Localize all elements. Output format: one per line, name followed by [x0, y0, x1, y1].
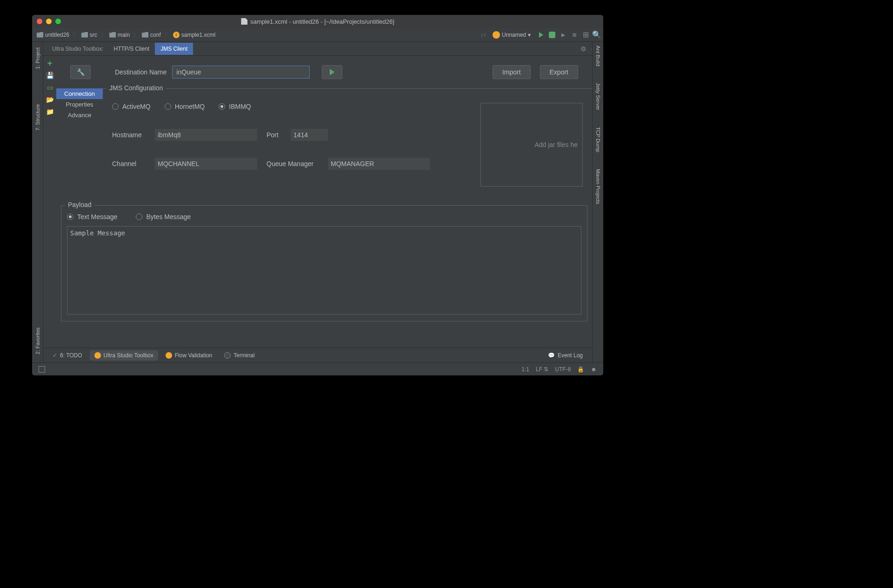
add-icon[interactable]: +: [46, 60, 54, 67]
export-button[interactable]: Export: [540, 65, 578, 79]
close-window-button[interactable]: [37, 19, 42, 24]
breadcrumb-item[interactable]: untitled26: [35, 31, 71, 39]
line-ending[interactable]: LF ⇅: [536, 366, 548, 373]
folder-icon[interactable]: 📁: [46, 108, 54, 115]
radio-icon: [165, 103, 171, 110]
folder-icon: [37, 32, 43, 38]
cursor-position[interactable]: 1:1: [521, 366, 529, 373]
sidebar-structure[interactable]: 7: Structure: [34, 100, 41, 134]
radio-activemq[interactable]: ActiveMQ: [112, 103, 151, 110]
radio-icon: [67, 214, 73, 220]
stop-button[interactable]: ■: [571, 31, 578, 39]
destination-input[interactable]: [172, 66, 310, 79]
minimize-window-button[interactable]: [46, 19, 52, 24]
icon-strip: + 💾 ▭ 📂 📁: [43, 56, 56, 362]
traffic-lights: [32, 19, 61, 24]
config-icon: [493, 31, 500, 39]
terminal-icon: [224, 352, 231, 359]
tab-https-client[interactable]: HTTP/S Client: [108, 43, 155, 55]
breadcrumb-item[interactable]: src: [80, 31, 99, 39]
payload-section: Payload Text Message Bytes Message: [56, 205, 592, 321]
maximize-window-button[interactable]: [55, 19, 61, 24]
destination-label: Destination Name: [115, 68, 167, 76]
provider-radios: ActiveMQ HornetMQ IBMMQ: [112, 103, 471, 110]
gear-icon[interactable]: ⚙: [580, 45, 586, 53]
sidebar-jetty-server[interactable]: Jetty Server: [594, 79, 602, 114]
run-config-selector[interactable]: Unnamed ▾: [490, 30, 533, 40]
breadcrumb-item[interactable]: main: [107, 31, 132, 39]
top-controls: 🔧 Destination Name Import Export: [56, 56, 592, 88]
toolbox-bar: Ultra Studio Toolbox: HTTP/S Client JMS …: [32, 42, 603, 56]
window-title: sample1.xcml - untitled26 - [~/IdeaProje…: [241, 18, 394, 25]
payload-fieldset: Payload Text Message Bytes Message: [61, 205, 587, 321]
folder-icon: [142, 32, 148, 38]
navbar: untitled26 〉 src 〉 main 〉 conf 〉 Isample…: [32, 28, 603, 42]
layout-icon[interactable]: ▭: [46, 84, 54, 91]
queue-manager-label: Queue Manager: [267, 160, 322, 167]
encoding[interactable]: UTF-8: [555, 366, 571, 373]
main-area: 🔧 Destination Name Import Export Connect…: [56, 56, 592, 347]
xml-file-icon: I: [173, 32, 180, 38]
import-button[interactable]: Import: [493, 65, 531, 79]
hostname-input[interactable]: [155, 129, 257, 141]
configure-button[interactable]: 🔧: [70, 65, 91, 79]
tab-connection[interactable]: Connection: [56, 88, 103, 99]
play-icon: [539, 32, 543, 38]
tab-properties[interactable]: Properties: [56, 99, 103, 110]
tool-window-icon[interactable]: [39, 366, 45, 373]
payload-fieldset-label: Payload: [65, 201, 94, 208]
tab-advance[interactable]: Advance: [56, 110, 103, 120]
jms-body: ActiveMQ HornetMQ IBMMQ Hostname Port: [103, 89, 592, 196]
tab-jms-client[interactable]: JMS Client: [155, 43, 193, 55]
chevron-right-icon: 〉: [165, 32, 169, 38]
folder-open-icon[interactable]: 📂: [46, 96, 54, 103]
hostname-label: Hostname: [112, 131, 149, 139]
sidebar-ant-build[interactable]: Ant Build: [594, 42, 602, 70]
bb-terminal[interactable]: Terminal: [220, 350, 259, 361]
sync-icon[interactable]: ↓↑: [480, 32, 486, 38]
save-icon[interactable]: 💾: [46, 72, 54, 79]
sidebar-maven-projects[interactable]: Maven Projects: [594, 165, 602, 208]
chevron-right-icon: 〉: [101, 32, 106, 38]
radio-text-message[interactable]: Text Message: [67, 213, 117, 220]
run-button[interactable]: [537, 31, 545, 39]
sidebar-project[interactable]: 1: Project: [34, 44, 41, 73]
chevron-down-icon: ▾: [528, 32, 531, 38]
nav-right: ↓↑ Unnamed ▾ ▸ ■ ⊞ 🔍: [480, 30, 600, 40]
status-bar: 1:1 LF ⇅ UTF-8 🔒 ☻: [32, 362, 603, 375]
bb-todo[interactable]: ✓6: TODO: [48, 350, 87, 361]
radio-ibmmq[interactable]: IBMMQ: [219, 103, 251, 110]
bb-flow-validation[interactable]: Flow Validation: [161, 350, 217, 361]
bb-event-log[interactable]: 💬Event Log: [543, 350, 587, 361]
send-button[interactable]: [322, 65, 342, 79]
payload-textarea[interactable]: [67, 226, 581, 314]
coverage-button[interactable]: ▸: [560, 31, 567, 39]
layout-button[interactable]: ⊞: [582, 31, 589, 39]
jar-panel[interactable]: Add jar files he: [480, 103, 583, 187]
titlebar: sample1.xcml - untitled26 - [~/IdeaProje…: [32, 15, 603, 28]
lock-icon[interactable]: 🔒: [577, 366, 584, 373]
field-row-1: Hostname Port: [112, 129, 471, 141]
toolbox-icon: [94, 352, 101, 359]
left-tool-rail: 1: Project 7: Structure 2: Favorites: [32, 42, 43, 362]
debug-button[interactable]: [548, 31, 556, 39]
search-button[interactable]: 🔍: [593, 31, 600, 39]
sidebar-favorites[interactable]: 2: Favorites: [34, 324, 41, 358]
breadcrumb-item[interactable]: Isample1.xcml: [171, 31, 217, 39]
breadcrumb-item[interactable]: conf: [140, 31, 163, 39]
radio-hornetmq[interactable]: HornetMQ: [165, 103, 205, 110]
hector-icon[interactable]: ☻: [591, 366, 597, 373]
config-tabs: Connection Properties Advance: [56, 88, 103, 196]
channel-input[interactable]: [155, 158, 257, 170]
jms-fieldset-label: JMS Configuration: [107, 84, 166, 92]
radio-icon: [219, 103, 225, 110]
bottom-tool-bar: ✓6: TODO Ultra Studio Toolbox Flow Valid…: [43, 347, 592, 362]
queue-manager-input[interactable]: [328, 158, 430, 170]
sidebar-tcp-dump[interactable]: TCP Dump: [594, 123, 602, 156]
port-label: Port: [267, 131, 285, 139]
toolbox-label: Ultra Studio Toolbox:: [47, 46, 108, 52]
bb-ultra-studio-toolbox[interactable]: Ultra Studio Toolbox: [90, 350, 158, 361]
radio-bytes-message[interactable]: Bytes Message: [136, 213, 191, 220]
port-input[interactable]: [291, 129, 328, 141]
chevron-right-icon: 〉: [73, 32, 78, 38]
